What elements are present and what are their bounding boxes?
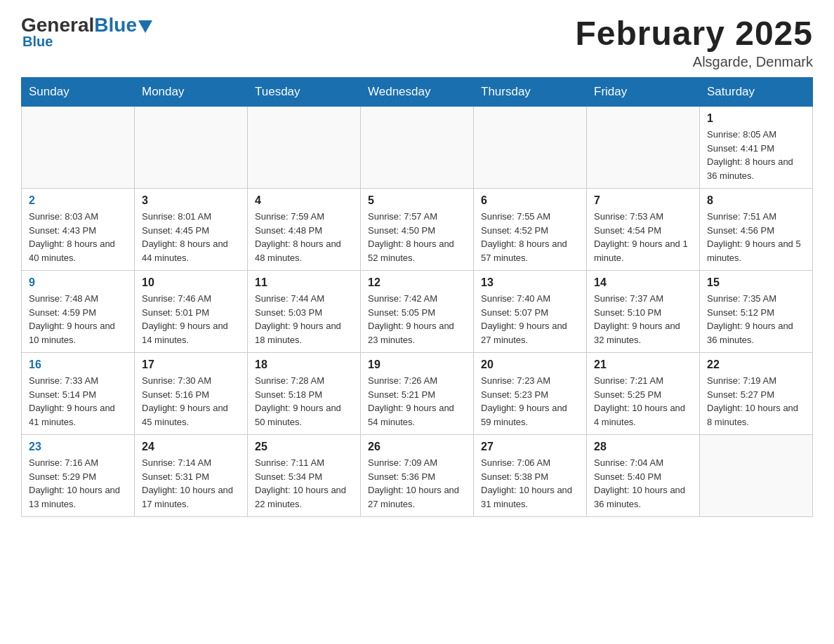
logo: General Blue Blue bbox=[21, 14, 152, 50]
day-number: 13 bbox=[481, 276, 579, 289]
calendar-cell bbox=[22, 107, 135, 189]
day-number: 21 bbox=[594, 358, 692, 371]
day-info: Sunrise: 7:48 AMSunset: 4:59 PMDaylight:… bbox=[29, 292, 127, 347]
calendar-cell: 14Sunrise: 7:37 AMSunset: 5:10 PMDayligh… bbox=[587, 271, 700, 353]
day-number: 14 bbox=[594, 276, 692, 289]
weekday-header-tuesday: Tuesday bbox=[248, 78, 361, 107]
calendar-cell: 3Sunrise: 8:01 AMSunset: 4:45 PMDaylight… bbox=[135, 189, 248, 271]
calendar-cell: 4Sunrise: 7:59 AMSunset: 4:48 PMDaylight… bbox=[248, 189, 361, 271]
calendar-cell bbox=[587, 107, 700, 189]
calendar-cell: 2Sunrise: 8:03 AMSunset: 4:43 PMDaylight… bbox=[22, 189, 135, 271]
day-info: Sunrise: 8:01 AMSunset: 4:45 PMDaylight:… bbox=[142, 210, 240, 264]
calendar-cell: 11Sunrise: 7:44 AMSunset: 5:03 PMDayligh… bbox=[248, 271, 361, 353]
day-info: Sunrise: 7:14 AMSunset: 5:31 PMDaylight:… bbox=[142, 456, 240, 511]
calendar-cell: 27Sunrise: 7:06 AMSunset: 5:38 PMDayligh… bbox=[474, 435, 587, 517]
logo-blue-text: Blue bbox=[94, 14, 137, 36]
day-info: Sunrise: 8:03 AMSunset: 4:43 PMDaylight:… bbox=[29, 210, 127, 264]
month-title: February 2025 bbox=[575, 14, 813, 53]
day-info: Sunrise: 7:59 AMSunset: 4:48 PMDaylight:… bbox=[255, 210, 353, 264]
day-number: 3 bbox=[142, 194, 240, 207]
day-number: 4 bbox=[255, 194, 353, 207]
logo-triangle-icon bbox=[138, 20, 152, 33]
day-info: Sunrise: 7:19 AMSunset: 5:27 PMDaylight:… bbox=[707, 374, 805, 429]
calendar-cell: 15Sunrise: 7:35 AMSunset: 5:12 PMDayligh… bbox=[700, 271, 813, 353]
logo-subtitle: Blue bbox=[21, 34, 53, 50]
day-info: Sunrise: 7:57 AMSunset: 4:50 PMDaylight:… bbox=[368, 210, 466, 264]
day-number: 6 bbox=[481, 194, 579, 207]
page-header: General Blue Blue February 2025 Alsgarde… bbox=[21, 14, 813, 70]
calendar-row: 1Sunrise: 8:05 AMSunset: 4:41 PMDaylight… bbox=[22, 107, 813, 189]
weekday-header-monday: Monday bbox=[135, 78, 248, 107]
day-info: Sunrise: 7:09 AMSunset: 5:36 PMDaylight:… bbox=[368, 456, 466, 511]
title-section: February 2025 Alsgarde, Denmark bbox=[575, 14, 813, 70]
day-number: 9 bbox=[29, 276, 127, 289]
calendar-cell: 17Sunrise: 7:30 AMSunset: 5:16 PMDayligh… bbox=[135, 353, 248, 435]
day-number: 28 bbox=[594, 441, 692, 453]
calendar-cell: 28Sunrise: 7:04 AMSunset: 5:40 PMDayligh… bbox=[587, 435, 700, 517]
day-info: Sunrise: 7:46 AMSunset: 5:01 PMDaylight:… bbox=[142, 292, 240, 347]
calendar-cell: 1Sunrise: 8:05 AMSunset: 4:41 PMDaylight… bbox=[700, 107, 813, 189]
day-info: Sunrise: 7:11 AMSunset: 5:34 PMDaylight:… bbox=[255, 456, 353, 511]
calendar-table: SundayMondayTuesdayWednesdayThursdayFrid… bbox=[21, 77, 813, 517]
day-number: 18 bbox=[255, 358, 353, 371]
day-number: 17 bbox=[142, 358, 240, 371]
weekday-header-saturday: Saturday bbox=[700, 78, 813, 107]
day-info: Sunrise: 7:35 AMSunset: 5:12 PMDaylight:… bbox=[707, 292, 805, 347]
calendar-cell: 6Sunrise: 7:55 AMSunset: 4:52 PMDaylight… bbox=[474, 189, 587, 271]
calendar-row: 2Sunrise: 8:03 AMSunset: 4:43 PMDaylight… bbox=[22, 189, 813, 271]
day-info: Sunrise: 7:51 AMSunset: 4:56 PMDaylight:… bbox=[707, 210, 805, 264]
calendar-cell bbox=[474, 107, 587, 189]
calendar-cell: 12Sunrise: 7:42 AMSunset: 5:05 PMDayligh… bbox=[361, 271, 474, 353]
calendar-row: 9Sunrise: 7:48 AMSunset: 4:59 PMDaylight… bbox=[22, 271, 813, 353]
calendar-cell: 8Sunrise: 7:51 AMSunset: 4:56 PMDaylight… bbox=[700, 189, 813, 271]
calendar-cell: 13Sunrise: 7:40 AMSunset: 5:07 PMDayligh… bbox=[474, 271, 587, 353]
calendar-row: 23Sunrise: 7:16 AMSunset: 5:29 PMDayligh… bbox=[22, 435, 813, 517]
day-number: 26 bbox=[368, 441, 466, 453]
day-number: 1 bbox=[707, 112, 805, 125]
calendar-cell: 25Sunrise: 7:11 AMSunset: 5:34 PMDayligh… bbox=[248, 435, 361, 517]
calendar-cell: 5Sunrise: 7:57 AMSunset: 4:50 PMDaylight… bbox=[361, 189, 474, 271]
day-number: 11 bbox=[255, 276, 353, 289]
weekday-header-row: SundayMondayTuesdayWednesdayThursdayFrid… bbox=[22, 78, 813, 107]
calendar-cell: 19Sunrise: 7:26 AMSunset: 5:21 PMDayligh… bbox=[361, 353, 474, 435]
day-number: 8 bbox=[707, 194, 805, 207]
day-info: Sunrise: 7:55 AMSunset: 4:52 PMDaylight:… bbox=[481, 210, 579, 264]
day-info: Sunrise: 7:37 AMSunset: 5:10 PMDaylight:… bbox=[594, 292, 692, 347]
day-number: 20 bbox=[481, 358, 579, 371]
calendar-cell bbox=[700, 435, 813, 517]
day-info: Sunrise: 7:40 AMSunset: 5:07 PMDaylight:… bbox=[481, 292, 579, 347]
calendar-cell: 18Sunrise: 7:28 AMSunset: 5:18 PMDayligh… bbox=[248, 353, 361, 435]
day-number: 12 bbox=[368, 276, 466, 289]
location: Alsgarde, Denmark bbox=[575, 54, 813, 70]
day-info: Sunrise: 7:53 AMSunset: 4:54 PMDaylight:… bbox=[594, 210, 692, 264]
day-number: 23 bbox=[29, 441, 127, 453]
day-number: 15 bbox=[707, 276, 805, 289]
weekday-header-friday: Friday bbox=[587, 78, 700, 107]
day-info: Sunrise: 7:33 AMSunset: 5:14 PMDaylight:… bbox=[29, 374, 127, 429]
calendar-cell bbox=[361, 107, 474, 189]
day-info: Sunrise: 7:21 AMSunset: 5:25 PMDaylight:… bbox=[594, 374, 692, 429]
calendar-cell bbox=[135, 107, 248, 189]
day-number: 16 bbox=[29, 358, 127, 371]
calendar-cell: 20Sunrise: 7:23 AMSunset: 5:23 PMDayligh… bbox=[474, 353, 587, 435]
calendar-cell: 26Sunrise: 7:09 AMSunset: 5:36 PMDayligh… bbox=[361, 435, 474, 517]
day-number: 22 bbox=[707, 358, 805, 371]
day-info: Sunrise: 7:16 AMSunset: 5:29 PMDaylight:… bbox=[29, 456, 127, 511]
weekday-header-wednesday: Wednesday bbox=[361, 78, 474, 107]
day-info: Sunrise: 7:06 AMSunset: 5:38 PMDaylight:… bbox=[481, 456, 579, 511]
day-info: Sunrise: 7:23 AMSunset: 5:23 PMDaylight:… bbox=[481, 374, 579, 429]
day-info: Sunrise: 7:26 AMSunset: 5:21 PMDaylight:… bbox=[368, 374, 466, 429]
day-info: Sunrise: 7:04 AMSunset: 5:40 PMDaylight:… bbox=[594, 456, 692, 511]
day-number: 10 bbox=[142, 276, 240, 289]
day-info: Sunrise: 7:28 AMSunset: 5:18 PMDaylight:… bbox=[255, 374, 353, 429]
day-info: Sunrise: 8:05 AMSunset: 4:41 PMDaylight:… bbox=[707, 128, 805, 182]
calendar-cell: 22Sunrise: 7:19 AMSunset: 5:27 PMDayligh… bbox=[700, 353, 813, 435]
day-number: 2 bbox=[29, 194, 127, 207]
day-info: Sunrise: 7:30 AMSunset: 5:16 PMDaylight:… bbox=[142, 374, 240, 429]
calendar-cell: 7Sunrise: 7:53 AMSunset: 4:54 PMDaylight… bbox=[587, 189, 700, 271]
weekday-header-thursday: Thursday bbox=[474, 78, 587, 107]
calendar-cell bbox=[248, 107, 361, 189]
day-number: 24 bbox=[142, 441, 240, 453]
calendar-cell: 10Sunrise: 7:46 AMSunset: 5:01 PMDayligh… bbox=[135, 271, 248, 353]
calendar-row: 16Sunrise: 7:33 AMSunset: 5:14 PMDayligh… bbox=[22, 353, 813, 435]
